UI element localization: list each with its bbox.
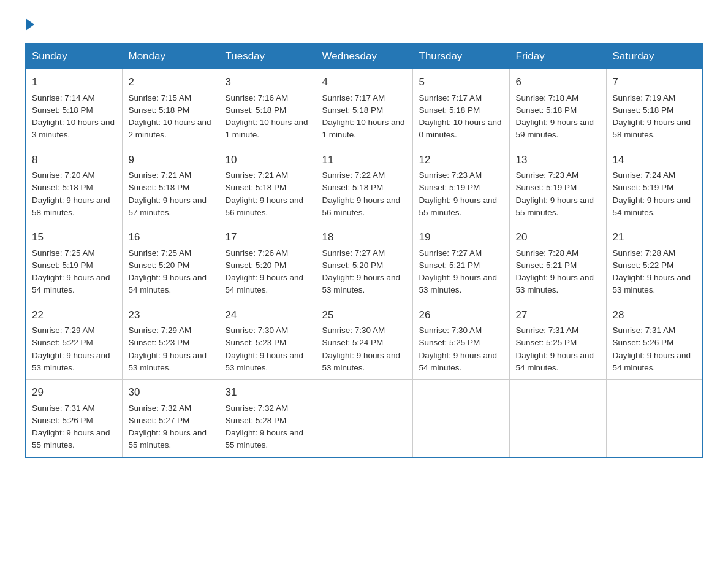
calendar-cell: 28Sunrise: 7:31 AMSunset: 5:26 PMDayligh… bbox=[606, 302, 703, 380]
sunset-text: Sunset: 5:18 PM bbox=[32, 183, 93, 192]
sunrise-text: Sunrise: 7:21 AM bbox=[129, 170, 192, 180]
calendar-cell: 30Sunrise: 7:32 AMSunset: 5:27 PMDayligh… bbox=[122, 380, 219, 458]
day-number: 4 bbox=[322, 74, 406, 90]
calendar-cell: 4Sunrise: 7:17 AMSunset: 5:18 PMDaylight… bbox=[316, 69, 412, 147]
day-number: 15 bbox=[32, 229, 116, 245]
daylight-text: Daylight: 9 hours and 53 minutes. bbox=[32, 351, 110, 372]
day-number: 12 bbox=[419, 152, 503, 168]
daylight-text: Daylight: 9 hours and 53 minutes. bbox=[129, 351, 207, 372]
sunrise-text: Sunrise: 7:32 AM bbox=[226, 404, 289, 413]
daylight-text: Daylight: 9 hours and 59 minutes. bbox=[516, 118, 594, 139]
calendar-week-row: 15Sunrise: 7:25 AMSunset: 5:19 PMDayligh… bbox=[25, 224, 703, 302]
calendar-week-row: 1Sunrise: 7:14 AMSunset: 5:18 PMDaylight… bbox=[25, 69, 703, 147]
sunrise-text: Sunrise: 7:28 AM bbox=[613, 248, 676, 258]
day-number: 28 bbox=[613, 307, 697, 323]
daylight-text: Daylight: 9 hours and 54 minutes. bbox=[613, 351, 691, 372]
calendar-cell: 26Sunrise: 7:30 AMSunset: 5:25 PMDayligh… bbox=[412, 302, 509, 380]
sunrise-text: Sunrise: 7:27 AM bbox=[419, 248, 482, 258]
daylight-text: Daylight: 9 hours and 55 minutes. bbox=[516, 196, 594, 217]
sunrise-text: Sunrise: 7:23 AM bbox=[419, 170, 482, 180]
daylight-text: Daylight: 9 hours and 58 minutes. bbox=[613, 118, 691, 139]
day-number: 18 bbox=[322, 229, 406, 245]
day-header-thursday: Thursday bbox=[412, 44, 509, 69]
daylight-text: Daylight: 9 hours and 57 minutes. bbox=[129, 196, 207, 217]
day-number: 23 bbox=[129, 307, 213, 323]
sunset-text: Sunset: 5:19 PM bbox=[613, 183, 674, 192]
sunrise-text: Sunrise: 7:29 AM bbox=[32, 326, 95, 335]
sunrise-text: Sunrise: 7:21 AM bbox=[226, 170, 289, 180]
sunset-text: Sunset: 5:19 PM bbox=[516, 183, 577, 192]
sunrise-text: Sunrise: 7:25 AM bbox=[129, 248, 192, 258]
day-number: 27 bbox=[516, 307, 600, 323]
day-number: 9 bbox=[129, 152, 213, 168]
sunrise-text: Sunrise: 7:17 AM bbox=[322, 93, 385, 102]
sunset-text: Sunset: 5:23 PM bbox=[226, 338, 287, 347]
daylight-text: Daylight: 10 hours and 2 minutes. bbox=[129, 118, 211, 139]
sunset-text: Sunset: 5:23 PM bbox=[129, 338, 190, 347]
sunset-text: Sunset: 5:18 PM bbox=[322, 183, 384, 192]
sunset-text: Sunset: 5:18 PM bbox=[516, 105, 577, 115]
calendar-cell: 11Sunrise: 7:22 AMSunset: 5:18 PMDayligh… bbox=[316, 147, 412, 224]
daylight-text: Daylight: 10 hours and 3 minutes. bbox=[32, 118, 115, 139]
sunrise-text: Sunrise: 7:31 AM bbox=[613, 326, 676, 335]
calendar-cell: 19Sunrise: 7:27 AMSunset: 5:21 PMDayligh… bbox=[412, 224, 509, 302]
calendar-cell: 3Sunrise: 7:16 AMSunset: 5:18 PMDaylight… bbox=[219, 69, 316, 147]
daylight-text: Daylight: 9 hours and 53 minutes. bbox=[322, 273, 401, 294]
daylight-text: Daylight: 9 hours and 58 minutes. bbox=[32, 196, 110, 217]
sunrise-text: Sunrise: 7:31 AM bbox=[32, 404, 95, 413]
calendar-week-row: 22Sunrise: 7:29 AMSunset: 5:22 PMDayligh… bbox=[25, 302, 703, 380]
day-number: 22 bbox=[32, 307, 116, 323]
daylight-text: Daylight: 9 hours and 53 minutes. bbox=[516, 273, 594, 294]
sunset-text: Sunset: 5:22 PM bbox=[613, 261, 674, 270]
day-header-wednesday: Wednesday bbox=[316, 44, 412, 69]
calendar-cell: 14Sunrise: 7:24 AMSunset: 5:19 PMDayligh… bbox=[606, 147, 703, 224]
day-number: 30 bbox=[129, 385, 213, 400]
sunrise-text: Sunrise: 7:32 AM bbox=[129, 404, 192, 413]
day-header-sunday: Sunday bbox=[25, 44, 122, 69]
calendar-cell: 6Sunrise: 7:18 AMSunset: 5:18 PMDaylight… bbox=[509, 69, 606, 147]
calendar-cell: 25Sunrise: 7:30 AMSunset: 5:24 PMDayligh… bbox=[316, 302, 412, 380]
day-number: 13 bbox=[516, 152, 600, 168]
day-header-saturday: Saturday bbox=[606, 44, 703, 69]
calendar-cell bbox=[316, 380, 412, 458]
page-header bbox=[25, 18, 703, 31]
day-number: 19 bbox=[419, 229, 503, 245]
sunset-text: Sunset: 5:20 PM bbox=[129, 261, 190, 270]
day-number: 11 bbox=[322, 152, 406, 168]
sunrise-text: Sunrise: 7:29 AM bbox=[129, 326, 192, 335]
calendar-cell: 2Sunrise: 7:15 AMSunset: 5:18 PMDaylight… bbox=[122, 69, 219, 147]
calendar-cell: 24Sunrise: 7:30 AMSunset: 5:23 PMDayligh… bbox=[219, 302, 316, 380]
day-header-friday: Friday bbox=[509, 44, 606, 69]
day-number: 20 bbox=[516, 229, 600, 245]
day-number: 3 bbox=[226, 74, 309, 90]
daylight-text: Daylight: 9 hours and 54 minutes. bbox=[32, 273, 110, 294]
calendar-cell: 20Sunrise: 7:28 AMSunset: 5:21 PMDayligh… bbox=[509, 224, 606, 302]
day-number: 10 bbox=[226, 152, 309, 168]
sunset-text: Sunset: 5:24 PM bbox=[322, 338, 384, 347]
sunrise-text: Sunrise: 7:27 AM bbox=[322, 248, 385, 258]
sunrise-text: Sunrise: 7:15 AM bbox=[129, 93, 192, 102]
day-number: 17 bbox=[226, 229, 309, 245]
calendar-cell bbox=[606, 380, 703, 458]
day-header-tuesday: Tuesday bbox=[219, 44, 316, 69]
daylight-text: Daylight: 9 hours and 55 minutes. bbox=[419, 196, 498, 217]
daylight-text: Daylight: 9 hours and 54 minutes. bbox=[226, 273, 304, 294]
sunset-text: Sunset: 5:18 PM bbox=[226, 183, 287, 192]
daylight-text: Daylight: 9 hours and 54 minutes. bbox=[419, 351, 498, 372]
sunset-text: Sunset: 5:26 PM bbox=[32, 416, 93, 425]
daylight-text: Daylight: 9 hours and 56 minutes. bbox=[322, 196, 401, 217]
day-number: 2 bbox=[129, 74, 213, 90]
day-number: 8 bbox=[32, 152, 116, 168]
sunrise-text: Sunrise: 7:14 AM bbox=[32, 93, 95, 102]
calendar-cell: 7Sunrise: 7:19 AMSunset: 5:18 PMDaylight… bbox=[606, 69, 703, 147]
day-number: 14 bbox=[613, 152, 697, 168]
daylight-text: Daylight: 9 hours and 53 minutes. bbox=[613, 273, 691, 294]
day-number: 7 bbox=[613, 74, 697, 90]
sunrise-text: Sunrise: 7:24 AM bbox=[613, 170, 676, 180]
daylight-text: Daylight: 9 hours and 55 minutes. bbox=[226, 428, 304, 450]
daylight-text: Daylight: 9 hours and 53 minutes. bbox=[419, 273, 498, 294]
sunrise-text: Sunrise: 7:22 AM bbox=[322, 170, 385, 180]
daylight-text: Daylight: 9 hours and 54 minutes. bbox=[613, 196, 691, 217]
sunset-text: Sunset: 5:18 PM bbox=[419, 105, 480, 115]
calendar-cell: 10Sunrise: 7:21 AMSunset: 5:18 PMDayligh… bbox=[219, 147, 316, 224]
